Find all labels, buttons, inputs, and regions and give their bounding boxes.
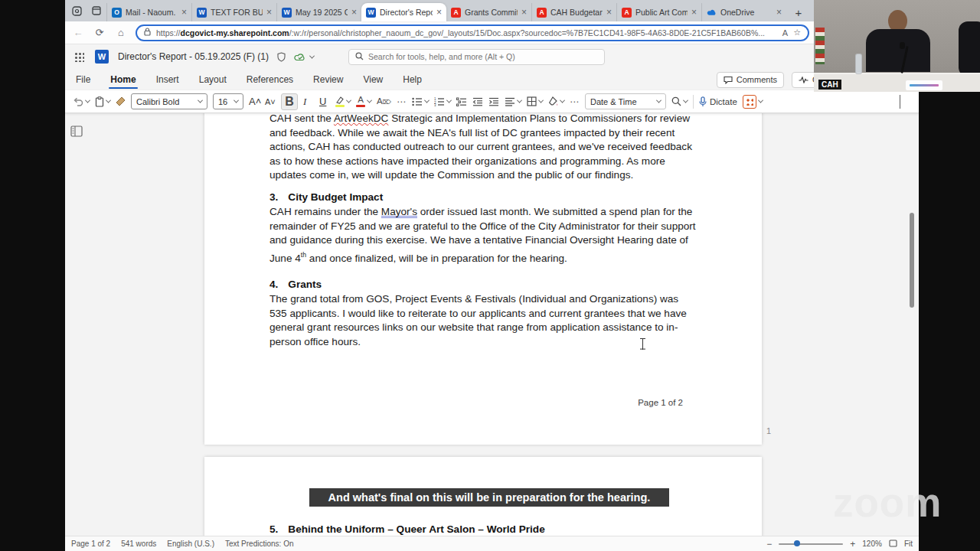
collapse-ribbon-button[interactable]: [900, 95, 900, 109]
grow-font-button[interactable]: A˄: [249, 96, 260, 107]
status-language[interactable]: English (U.S.): [167, 540, 214, 548]
zoom-slider[interactable]: [779, 543, 843, 545]
document-canvas[interactable]: CAH sent the ArtWeekDC Strategic and Imp…: [65, 113, 919, 536]
browser-tab-directors-report[interactable]: W Director's Repor ×: [361, 3, 446, 21]
comments-button[interactable]: Comments: [717, 72, 784, 88]
chevron-down-icon[interactable]: [560, 98, 565, 103]
add-ins-button[interactable]: [743, 95, 763, 109]
zoom-level[interactable]: 120%: [862, 540, 882, 548]
dictate-button[interactable]: Dictate: [699, 96, 737, 107]
paragraph-grants[interactable]: The grand total from GOS, Project Events…: [270, 292, 697, 349]
browser-tab-public-art[interactable]: A Public Art Com ×: [616, 3, 701, 21]
align-button[interactable]: [505, 97, 521, 106]
chevron-down-icon[interactable]: [517, 98, 522, 103]
chevron-down-icon[interactable]: [683, 98, 688, 103]
heading-grants[interactable]: 4. Grants: [270, 279, 697, 290]
bullets-button[interactable]: [412, 97, 429, 106]
status-page-count[interactable]: Page 1 of 2: [71, 540, 110, 548]
close-tab-icon[interactable]: ×: [606, 7, 612, 18]
chevron-down-icon[interactable]: [538, 98, 544, 103]
chevron-down-icon[interactable]: [367, 98, 372, 103]
word-logo-icon[interactable]: W: [95, 50, 109, 64]
paste-button[interactable]: [95, 96, 110, 107]
browser-tab-onedrive[interactable]: OneDrive ×: [701, 3, 786, 21]
shrink-font-button[interactable]: A˅: [265, 97, 276, 106]
font-name-select[interactable]: Calibri Bold: [131, 93, 207, 109]
find-button[interactable]: [671, 96, 688, 106]
favorite-star-icon[interactable]: ☆: [793, 28, 801, 37]
menu-layout[interactable]: Layout: [199, 70, 227, 90]
browser-tab-grants-committee[interactable]: A Grants Committ ×: [446, 3, 531, 21]
chevron-down-icon[interactable]: [85, 98, 90, 103]
search-input[interactable]: [368, 52, 598, 61]
close-tab-icon[interactable]: ×: [266, 7, 272, 18]
close-tab-icon[interactable]: ×: [691, 7, 697, 18]
app-launcher-icon[interactable]: [74, 52, 84, 62]
status-word-count[interactable]: 541 words: [121, 540, 156, 548]
menu-home[interactable]: Home: [110, 70, 136, 90]
menu-references[interactable]: References: [247, 70, 293, 90]
chevron-down-icon[interactable]: [758, 98, 763, 103]
back-icon[interactable]: ←: [71, 27, 85, 38]
styles-gallery[interactable]: Date & Time: [585, 93, 666, 109]
browser-tab-text-for-business[interactable]: W TEXT FOR BUSIN ×: [191, 3, 276, 21]
vertical-scrollbar[interactable]: [910, 213, 914, 308]
browser-tab-mail[interactable]: O Mail - Naoum. C ×: [106, 3, 191, 21]
close-tab-icon[interactable]: ×: [351, 7, 357, 18]
paragraph-city-budget[interactable]: CAH remains under the Mayor's order issu…: [270, 205, 697, 266]
menu-insert[interactable]: Insert: [156, 70, 179, 90]
address-bar[interactable]: https://dcgovict-my.sharepoint.com/:w:/r…: [136, 24, 809, 41]
chevron-down-icon[interactable]: [309, 53, 315, 58]
format-painter-button[interactable]: [116, 96, 126, 106]
browser-tab-may-19[interactable]: W May 19 2025 Co ×: [276, 3, 361, 21]
menu-view[interactable]: View: [363, 70, 383, 90]
zoom-slider-handle[interactable]: [794, 540, 800, 546]
heading-behind-the-uniform[interactable]: 5. Behind the Uniform – Queer Art Salon …: [270, 523, 697, 535]
fit-button[interactable]: Fit: [904, 540, 913, 548]
decrease-indent-button[interactable]: [472, 97, 483, 106]
browser-tab-cah-budgetary[interactable]: A CAH Budgetary ×: [531, 3, 616, 21]
menu-file[interactable]: File: [76, 70, 90, 90]
heading-city-budget-impact[interactable]: 3. City Budget Impact: [270, 191, 697, 203]
document-page-1[interactable]: CAH sent the ArtWeekDC Strategic and Imp…: [204, 113, 762, 445]
status-text-predictions[interactable]: Text Predictions: On: [225, 540, 293, 548]
numbering-button[interactable]: 123: [434, 97, 451, 106]
autosave-cloud-icon[interactable]: [294, 52, 307, 61]
sensitivity-shield-icon[interactable]: [276, 52, 286, 62]
chevron-down-icon[interactable]: [346, 98, 351, 103]
close-tab-icon[interactable]: ×: [181, 7, 187, 18]
more-paragraph-options-icon[interactable]: ⋯: [570, 96, 580, 107]
undo-button[interactable]: [73, 97, 90, 106]
more-font-options-icon[interactable]: ⋯: [397, 96, 407, 107]
bold-button[interactable]: B: [281, 93, 298, 110]
search-bar[interactable]: [348, 49, 605, 65]
close-tab-icon[interactable]: ×: [521, 7, 527, 18]
document-title[interactable]: Director's Report - 05.19.2025 (F) (1): [118, 51, 269, 62]
zoom-in-button[interactable]: +: [850, 539, 855, 549]
chevron-down-icon[interactable]: [446, 98, 452, 103]
url-text[interactable]: https://dcgovict-my.sharepoint.com/:w:/r…: [156, 28, 777, 37]
zoom-out-button[interactable]: −: [766, 539, 772, 549]
multilevel-list-button[interactable]: [456, 97, 467, 106]
font-color-button[interactable]: A: [356, 96, 371, 108]
read-aloud-icon[interactable]: A: [782, 28, 788, 37]
new-tab-button[interactable]: +: [789, 3, 808, 21]
speaker-video-thumbnail[interactable]: CAH: [814, 0, 980, 92]
increase-indent-button[interactable]: [488, 97, 499, 106]
paragraph-artweekdc[interactable]: CAH sent the ArtWeekDC Strategic and Imp…: [270, 113, 697, 183]
underline-button[interactable]: U: [319, 96, 330, 107]
tab-actions-icon[interactable]: [90, 5, 102, 17]
font-size-select[interactable]: 16: [213, 93, 243, 109]
clear-formatting-button[interactable]: A⌦: [377, 97, 391, 106]
highlight-button[interactable]: [335, 96, 351, 107]
navigation-pane-icon[interactable]: [70, 126, 83, 140]
menu-help[interactable]: Help: [403, 70, 422, 90]
shading-button[interactable]: [548, 96, 564, 106]
workspaces-icon[interactable]: [71, 5, 83, 17]
home-icon[interactable]: ⌂: [114, 27, 128, 38]
refresh-icon[interactable]: ⟳: [93, 27, 106, 38]
menu-review[interactable]: Review: [313, 70, 343, 90]
italic-button[interactable]: I: [303, 96, 314, 108]
table-button[interactable]: [527, 96, 543, 106]
chevron-down-icon[interactable]: [106, 98, 111, 103]
